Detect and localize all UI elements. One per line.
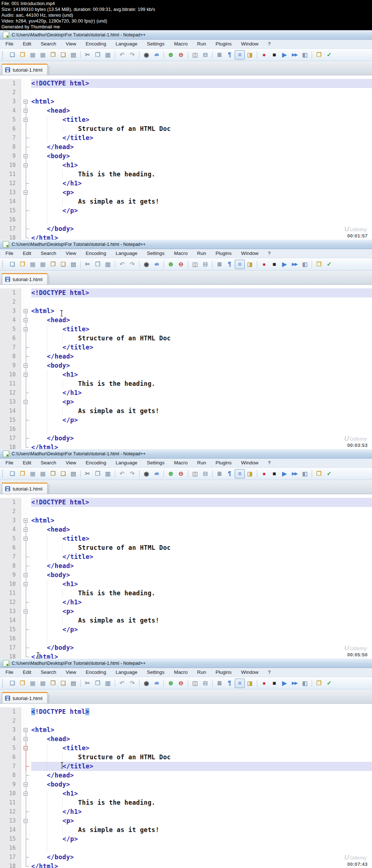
menu-item-help[interactable]: ?	[263, 40, 276, 48]
menu-item-encoding[interactable]: Encoding	[81, 459, 111, 467]
menu-item-plugins[interactable]: Plugins	[211, 40, 236, 48]
run-macro-multiple-icon[interactable]: ▶▶	[290, 50, 300, 60]
code-text-area[interactable]: </body>	[31, 224, 372, 233]
sync-horizontal-icon[interactable]: ⊟	[200, 469, 210, 479]
doc-map-icon[interactable]: ◨	[245, 50, 255, 60]
menu-item-view[interactable]: View	[61, 249, 81, 257]
indent-guide-icon[interactable]: ≡	[235, 469, 245, 479]
play-macro-icon[interactable]: ▶	[279, 50, 290, 60]
code-text-area[interactable]: This is the heading.	[31, 589, 372, 598]
menu-item-plugins[interactable]: Plugins	[211, 668, 236, 676]
code-text-area[interactable]: </body>	[31, 853, 372, 862]
fold-marker[interactable]	[24, 819, 28, 823]
menu-item-settings[interactable]: Settings	[142, 459, 169, 467]
fold-marker[interactable]	[24, 728, 28, 732]
menu-item-search[interactable]: Search	[36, 668, 61, 676]
print-icon[interactable]: ▤	[68, 469, 78, 479]
save-all-icon[interactable]: ▩	[38, 260, 48, 269]
code-text-area[interactable]: <body>	[31, 571, 372, 580]
record-macro-icon[interactable]: ●	[259, 469, 269, 479]
code-text-area[interactable]: As simple as it gets!	[31, 197, 372, 206]
show-all-characters-icon[interactable]: ¶	[225, 260, 235, 269]
close-file-icon[interactable]: ❐	[48, 50, 58, 60]
spell-check-icon[interactable]: ✓	[324, 469, 334, 479]
menu-item-edit[interactable]: Edit	[18, 40, 36, 48]
replace-icon[interactable]: ab	[151, 50, 162, 60]
code-text-area[interactable]: <head>	[31, 525, 372, 534]
fold-marker[interactable]	[24, 519, 28, 523]
indent-guide-icon[interactable]: ≡	[235, 679, 245, 688]
menu-item-run[interactable]: Run	[193, 249, 211, 257]
menu-item-help[interactable]: ?	[263, 249, 276, 257]
menu-item-window[interactable]: Window	[236, 249, 263, 257]
sync-vertical-icon[interactable]: ◫	[190, 50, 200, 60]
menu-item-language[interactable]: Language	[111, 40, 142, 48]
undo-icon[interactable]: ↶	[117, 679, 127, 688]
doc-map-icon[interactable]: ◨	[245, 260, 255, 269]
code-text-area[interactable]: Structure of an HTML Doc	[31, 753, 372, 762]
fold-marker[interactable]	[24, 528, 28, 532]
code-text-area[interactable]: </h1>	[31, 598, 372, 607]
close-file-icon[interactable]: ❐	[48, 260, 58, 269]
record-macro-icon[interactable]: ●	[259, 50, 269, 60]
close-all-icon[interactable]: ❑	[58, 679, 68, 688]
paste-icon[interactable]: ▥	[103, 469, 113, 479]
menu-item-help[interactable]: ?	[263, 668, 276, 676]
close-all-icon[interactable]: ❑	[58, 50, 68, 60]
menu-item-window[interactable]: Window	[236, 459, 263, 467]
undo-icon[interactable]: ↶	[117, 50, 127, 60]
sync-vertical-icon[interactable]: ◫	[190, 260, 200, 269]
close-all-icon[interactable]: ❑	[58, 260, 68, 269]
menu-item-encoding[interactable]: Encoding	[81, 668, 111, 676]
play-macro-icon[interactable]: ▶	[279, 679, 290, 688]
record-macro-icon[interactable]: ●	[259, 679, 269, 688]
fold-marker[interactable]	[24, 609, 28, 613]
fold-marker[interactable]	[24, 118, 28, 122]
menu-item-window[interactable]: Window	[236, 40, 263, 48]
show-all-characters-icon[interactable]: ¶	[225, 679, 235, 688]
menu-item-settings[interactable]: Settings	[142, 249, 169, 257]
save-macro-icon[interactable]: ◧	[300, 469, 310, 479]
code-text-area[interactable]: </html>	[31, 233, 372, 240]
save-macro-icon[interactable]: ◧	[300, 260, 310, 269]
fold-marker[interactable]	[24, 364, 28, 368]
find-icon[interactable]: ◉	[141, 469, 151, 479]
new-file-icon[interactable]: ❏	[7, 469, 17, 479]
menu-item-search[interactable]: Search	[36, 459, 61, 467]
code-text-area[interactable]: </h1>	[31, 388, 372, 397]
menu-item-view[interactable]: View	[61, 40, 81, 48]
tab-tutorial-1-html[interactable]: tutorial-1.html	[2, 64, 48, 75]
menu-item-view[interactable]: View	[61, 459, 81, 467]
play-macro-icon[interactable]: ▶	[279, 260, 290, 269]
code-text-area[interactable]: Structure of an HTML Doc	[31, 543, 372, 552]
code-text-area[interactable]: <html>	[31, 516, 372, 525]
code-text-area[interactable]	[31, 634, 372, 643]
code-text-area[interactable]: <h1>	[31, 580, 372, 589]
open-file-icon[interactable]: ❒	[17, 260, 28, 269]
code-text-area[interactable]: Structure of an HTML Doc	[31, 124, 372, 133]
paste-icon[interactable]: ▥	[103, 679, 113, 688]
stop-macro-icon[interactable]: ■	[269, 260, 279, 269]
redo-icon[interactable]: ↷	[127, 679, 137, 688]
code-text-area[interactable]: As simple as it gets!	[31, 616, 372, 625]
code-text-area[interactable]: </body>	[31, 643, 372, 652]
code-text-area[interactable]	[31, 297, 372, 307]
zoom-in-icon[interactable]: ⊕	[166, 469, 176, 479]
run-macro-multiple-icon[interactable]: ▶▶	[290, 469, 300, 479]
redo-icon[interactable]: ↷	[127, 469, 137, 479]
new-file-icon[interactable]: ❏	[7, 679, 17, 688]
code-text-area[interactable]	[31, 844, 372, 853]
code-text-area[interactable]: </title>	[31, 552, 372, 561]
copy-icon[interactable]: ❐	[93, 50, 103, 60]
code-text-area[interactable]: <!DOCTYPE html>	[31, 498, 372, 507]
word-wrap-icon[interactable]: ≣	[214, 469, 225, 479]
sync-horizontal-icon[interactable]: ⊟	[200, 679, 210, 688]
code-text-area[interactable]: </head>	[31, 561, 372, 571]
record-macro-icon[interactable]: ●	[259, 260, 269, 269]
tab-tutorial-1-html[interactable]: tutorial-1.html	[2, 483, 48, 494]
fold-marker[interactable]	[24, 309, 28, 313]
save-macro-icon[interactable]: ◧	[300, 679, 310, 688]
code-text-area[interactable]: </p>	[31, 206, 372, 215]
new-file-icon[interactable]: ❏	[7, 260, 17, 269]
fold-marker[interactable]	[24, 783, 28, 787]
